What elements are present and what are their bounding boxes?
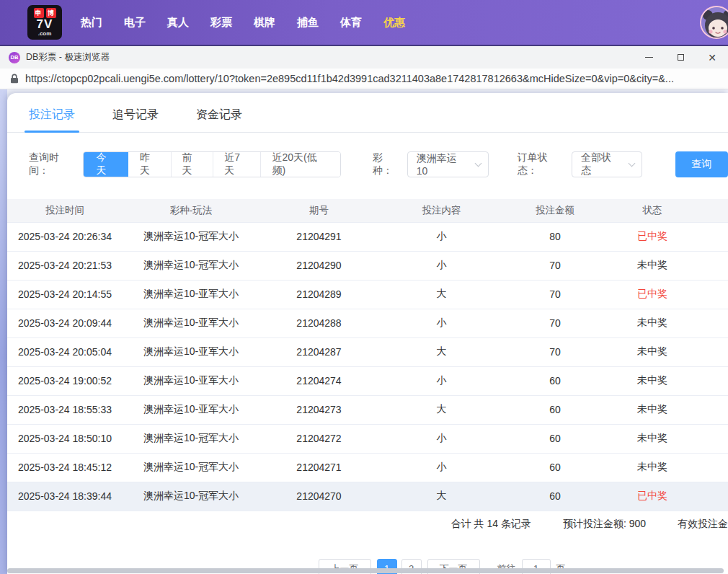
table-header-cell: 期号: [259, 199, 378, 222]
browser-favicon-icon: DB: [9, 52, 20, 63]
filter-bar: 查询时间： 今天昨天前天近7天近20天(低频) 彩种： 澳洲幸运10 订单状态：…: [29, 151, 728, 177]
order-status-select[interactable]: 全部状态: [572, 151, 642, 177]
close-icon: ✕: [708, 53, 716, 63]
order-status-value: 全部状态: [581, 151, 621, 177]
nav-item[interactable]: 彩票: [210, 16, 232, 30]
bet-records-table: 投注时间彩种-玩法期号投注内容投注金额状态 2025-03-24 20:26:3…: [7, 199, 728, 511]
cell-game-play: 澳洲幸运10-冠军大小: [123, 424, 259, 453]
table-header-cell: 投注内容: [378, 199, 505, 222]
cell-issue-no: 21204271: [259, 453, 378, 482]
browser-urlbar[interactable]: https://ctopcp02pcali.uengi5e.com/lotter…: [0, 69, 728, 89]
cell-bet-content: 大: [378, 280, 505, 309]
page-content: 投注记录追号记录资金记录 查询时间： 今天昨天前天近7天近20天(低频) 彩种：…: [0, 89, 728, 574]
nav-item[interactable]: 电子: [124, 16, 146, 30]
table-header-cell: 彩种-玩法: [123, 199, 259, 222]
cell-issue-no: 21204273: [259, 395, 378, 424]
cell-bet-content: 大: [378, 395, 505, 424]
time-range-option[interactable]: 近7天: [213, 152, 260, 177]
query-button[interactable]: 查询: [675, 151, 728, 177]
cell-game-play: 澳洲幸运10-冠军大小: [123, 453, 259, 482]
table-row: 2025-03-24 20:09:44 澳洲幸运10-亚军大小 21204288…: [7, 309, 728, 337]
cell-status: 未中奖: [605, 395, 728, 424]
cell-bet-time: 2025-03-24 20:09:44: [7, 309, 123, 337]
maximize-icon: [678, 54, 684, 61]
order-status-label: 订单状态：: [518, 151, 567, 177]
time-range-option[interactable]: 前天: [171, 152, 213, 177]
cell-bet-time: 2025-03-24 18:39:44: [7, 482, 123, 511]
cell-issue-no: 21204270: [259, 482, 378, 511]
cell-bet-content: 小: [378, 251, 505, 280]
page-background-strip: [0, 89, 7, 574]
time-range-option[interactable]: 今天: [84, 152, 128, 177]
cell-status: 已中奖: [605, 222, 728, 251]
cell-status: 未中奖: [605, 424, 728, 453]
table-row: 2025-03-24 18:39:44 澳洲幸运10-冠军大小 21204270…: [7, 482, 728, 511]
time-range-option-label: 前天: [182, 151, 203, 177]
time-range-option[interactable]: 近20天(低频): [260, 152, 340, 177]
cell-bet-content: 小: [378, 222, 505, 251]
close-button[interactable]: ✕: [696, 46, 728, 69]
cell-issue-no: 21204288: [259, 309, 378, 337]
cell-game-play: 澳洲幸运10-亚军大小: [123, 309, 259, 337]
records-card: 投注记录追号记录资金记录 查询时间： 今天昨天前天近7天近20天(低频) 彩种：…: [7, 93, 728, 574]
nav-item[interactable]: 优惠: [383, 16, 405, 30]
nav-item-label: 棋牌: [254, 16, 275, 28]
nav-item[interactable]: 热门: [81, 16, 102, 30]
nav-item-label: 热门: [81, 16, 102, 28]
browser-titlebar: DB DB彩票 - 极速浏览器 ✕: [0, 45, 728, 69]
record-tab-label: 资金记录: [196, 108, 242, 120]
record-tab[interactable]: 投注记录: [27, 103, 76, 132]
table-header-cell: 状态: [605, 199, 728, 222]
logo-main-text: 7V: [37, 18, 53, 31]
cell-issue-no: 21204289: [259, 280, 378, 309]
cell-issue-no: 21204272: [259, 424, 378, 453]
cell-game-play: 澳洲幸运10-冠军大小: [123, 251, 259, 280]
cell-status: 未中奖: [605, 309, 728, 337]
record-tabs: 投注记录追号记录资金记录: [7, 93, 728, 133]
summary-valid-amount: 有效投注金额:: [678, 518, 728, 531]
window-controls: ✕: [633, 46, 728, 69]
cell-status: 未中奖: [605, 366, 728, 395]
cell-bet-content: 小: [378, 453, 505, 482]
cell-bet-time: 2025-03-24 20:05:04: [7, 337, 123, 366]
window-title: DB彩票 - 极速浏览器: [26, 51, 110, 63]
cell-bet-time: 2025-03-24 20:14:55: [7, 280, 123, 309]
nav-item[interactable]: 真人: [167, 16, 189, 30]
horizontal-scrollbar[interactable]: [7, 568, 724, 573]
cell-bet-amount: 60: [505, 395, 605, 424]
nav-item[interactable]: 棋牌: [254, 16, 275, 30]
cell-bet-amount: 70: [505, 337, 605, 366]
table-row: 2025-03-24 20:05:04 澳洲幸运10-亚军大小 21204287…: [7, 337, 728, 366]
nav-item-label: 电子: [124, 16, 146, 28]
nav-item[interactable]: 捕鱼: [297, 16, 319, 30]
table-header-cell: 投注时间: [7, 199, 123, 222]
time-range-group: 今天昨天前天近7天近20天(低频): [83, 151, 341, 177]
cell-bet-amount: 60: [505, 424, 605, 453]
cell-game-play: 澳洲幸运10-冠军大小: [123, 482, 259, 511]
chevron-down-icon: [628, 160, 635, 167]
nav-item-label: 体育: [340, 16, 362, 28]
lottery-select[interactable]: 澳洲幸运10: [407, 151, 489, 177]
lottery-filter-label: 彩种：: [373, 151, 403, 177]
table-header: 投注时间彩种-玩法期号投注内容投注金额状态: [7, 199, 728, 222]
chevron-down-icon: [474, 160, 481, 167]
cell-bet-content: 小: [378, 424, 505, 453]
minimize-button[interactable]: [633, 46, 665, 69]
time-range-option-label: 近7天: [224, 151, 249, 177]
nav-item[interactable]: 体育: [340, 16, 362, 30]
summary-bar: 合计 共 14 条记录 预计投注金额: 900 有效投注金额:: [7, 511, 728, 537]
url-text: https://ctopcp02pcali.uengi5e.com/lotter…: [25, 73, 674, 84]
record-tab[interactable]: 资金记录: [195, 103, 244, 132]
cell-bet-time: 2025-03-24 20:26:34: [7, 222, 123, 251]
time-range-option[interactable]: 昨天: [128, 152, 171, 177]
maximize-button[interactable]: [665, 46, 696, 69]
cell-bet-content: 小: [378, 366, 505, 395]
logo-sub-text: .com: [38, 31, 52, 37]
cell-bet-content: 大: [378, 337, 505, 366]
table-row: 2025-03-24 18:45:12 澳洲幸运10-冠军大小 21204271…: [7, 453, 728, 482]
casino-logo[interactable]: 申 博 7V .com: [27, 5, 62, 40]
record-tab[interactable]: 追号记录: [111, 103, 160, 132]
user-avatar[interactable]: [700, 6, 728, 39]
cell-bet-time: 2025-03-24 20:21:53: [7, 251, 123, 280]
summary-expected-amount: 预计投注金额: 900: [563, 518, 646, 531]
